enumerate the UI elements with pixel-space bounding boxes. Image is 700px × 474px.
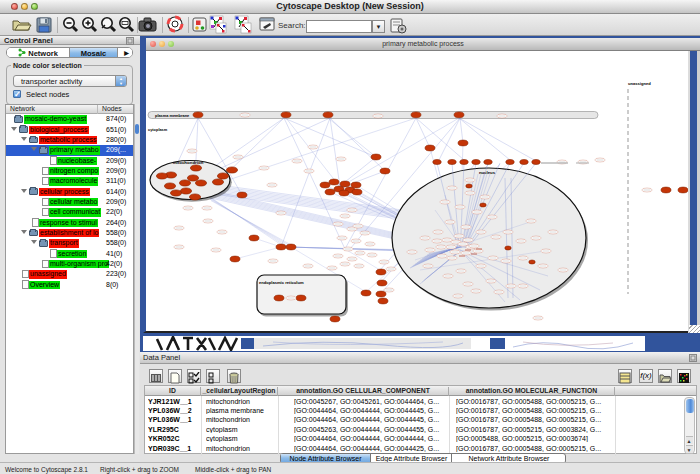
svg-text:mitochondrion: mitochondrion: [173, 160, 204, 165]
svg-text:plasma membrane: plasma membrane: [155, 113, 190, 118]
svg-text:nucleus: nucleus: [479, 170, 496, 175]
svg-text:unassigned: unassigned: [628, 81, 651, 86]
svg-text:cytoplasm: cytoplasm: [148, 127, 168, 132]
svg-text:endoplasmic reticulum: endoplasmic reticulum: [259, 280, 304, 285]
